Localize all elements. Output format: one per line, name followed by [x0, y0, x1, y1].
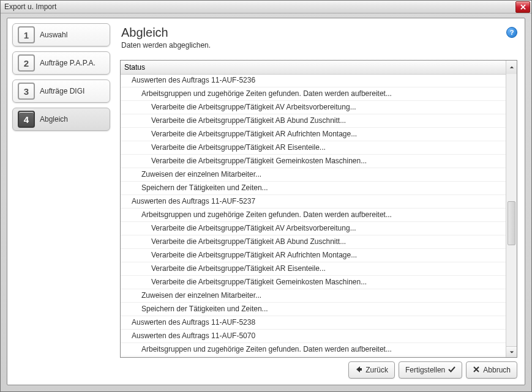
step-label: Aufträge P.A.P.A. — [40, 59, 96, 67]
scrollbar-thumb[interactable] — [508, 201, 515, 245]
status-list-header[interactable]: Status — [121, 61, 517, 75]
status-row[interactable]: Verarbeite die Arbeitsgruppe/Tätigkeit G… — [121, 276, 506, 289]
status-row[interactable]: Arbeitsgruppen und zugehörige Zeiten gef… — [121, 343, 506, 357]
status-header-label: Status — [124, 63, 145, 72]
wizard-step-4[interactable]: 4Abgleich — [12, 108, 110, 131]
status-row[interactable]: Verarbeite die Arbeitsgruppe/Tätigkeit A… — [121, 141, 506, 155]
main-panel: ? Abgleich Daten werden abgeglichen. Sta… — [118, 23, 520, 358]
page-subtitle: Daten werden abgeglichen. — [121, 41, 520, 50]
status-row[interactable]: Arbeitsgruppen und zugehörige Zeiten gef… — [121, 209, 506, 222]
step-number-badge: 3 — [18, 83, 35, 100]
finish-button[interactable]: Fertigstellen — [399, 361, 462, 379]
wizard-step-1[interactable]: 1Auswahl — [12, 23, 110, 46]
status-row[interactable]: Auswerten des Auftrags 11-AUF-5237 — [121, 195, 506, 209]
scroll-up-button[interactable] — [506, 61, 517, 74]
status-row[interactable]: Speichern der Tätigkeiten und Zeiten... — [121, 182, 506, 195]
step-number-badge: 4 — [18, 111, 35, 128]
window-title: Export u. Import — [4, 2, 56, 11]
finish-button-label: Fertigstellen — [405, 366, 445, 374]
status-row[interactable]: Zuweisen der einzelnen Mitarbeiter... — [121, 289, 506, 303]
status-row[interactable]: Verarbeite die Arbeitsgruppe/Tätigkeit A… — [121, 262, 506, 276]
step-label: Abgleich — [40, 115, 68, 124]
titlebar: Export u. Import — [1, 1, 531, 13]
status-row[interactable]: Verarbeite die Arbeitsgruppe/Tätigkeit A… — [121, 128, 506, 141]
status-row[interactable]: Auswerten des Auftrags 11-AUF-5238 — [121, 316, 506, 330]
status-row[interactable]: Auswerten des Auftrags 11-AUF-5236 — [121, 74, 506, 87]
status-row[interactable]: Verarbeite die Arbeitsgruppe/Tätigkeit A… — [121, 249, 506, 262]
status-row[interactable]: Verarbeite die Arbeitsgruppe/Tätigkeit A… — [121, 101, 506, 114]
step-label: Auswahl — [40, 31, 67, 39]
cancel-icon — [473, 366, 480, 375]
cancel-button-label: Abbruch — [483, 366, 511, 374]
cancel-button[interactable]: Abbruch — [466, 361, 517, 379]
step-number-badge: 1 — [18, 26, 35, 43]
content-frame: 1Auswahl2Aufträge P.A.P.A.3Aufträge DIGI… — [7, 18, 525, 385]
wizard-step-3[interactable]: 3Aufträge DIGI — [12, 80, 110, 103]
window: Export u. Import 1Auswahl2Aufträge P.A.P… — [0, 0, 532, 392]
status-row[interactable]: Verarbeite die Arbeitsgruppe/Tätigkeit A… — [121, 114, 506, 128]
back-button-label: Zurück — [365, 366, 388, 374]
status-row[interactable]: Speichern der Tätigkeiten und Zeiten... — [121, 303, 506, 316]
arrow-left-icon — [355, 366, 362, 375]
status-row[interactable]: Zuweisen der einzelnen Mitarbeiter... — [121, 168, 506, 182]
close-icon[interactable] — [515, 1, 530, 13]
status-row[interactable]: Verarbeite die Arbeitsgruppe/Tätigkeit A… — [121, 235, 506, 249]
step-number-badge: 2 — [18, 54, 35, 72]
scroll-down-button[interactable] — [506, 346, 517, 357]
wizard-step-2[interactable]: 2Aufträge P.A.P.A. — [12, 51, 110, 75]
status-listbox: Status Auswerten des Auftrags 11-AUF-523… — [120, 60, 517, 358]
check-icon — [448, 366, 455, 375]
wizard-buttons: Zurück Fertigstellen Abbruch — [348, 361, 517, 379]
status-row[interactable]: Verarbeite die Arbeitsgruppe/Tätigkeit G… — [121, 155, 506, 168]
status-row[interactable]: Arbeitsgruppen und zugehörige Zeiten gef… — [121, 87, 506, 101]
page-title: Abgleich — [121, 26, 520, 40]
wizard-sidebar: 1Auswahl2Aufträge P.A.P.A.3Aufträge DIGI… — [12, 23, 110, 136]
vertical-scrollbar[interactable] — [506, 74, 517, 357]
step-label: Aufträge DIGI — [40, 87, 84, 95]
help-icon[interactable]: ? — [506, 27, 517, 38]
status-list-body[interactable]: Auswerten des Auftrags 11-AUF-5236Arbeit… — [121, 74, 506, 357]
status-row[interactable]: Auswerten des Auftrags 11-AUF-5070 — [121, 330, 506, 343]
back-button[interactable]: Zurück — [348, 361, 395, 379]
status-row[interactable]: Verarbeite die Arbeitsgruppe/Tätigkeit A… — [121, 222, 506, 235]
